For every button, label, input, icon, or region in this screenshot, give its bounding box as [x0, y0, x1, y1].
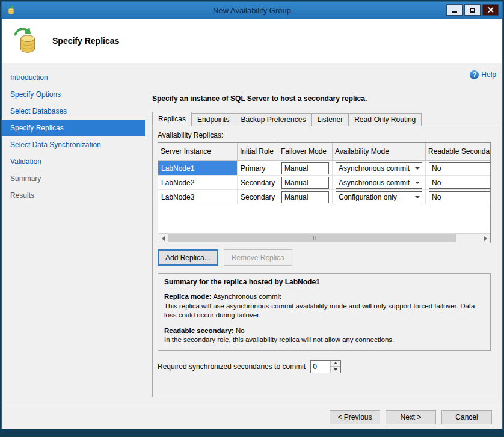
sidebar-item-specify-replicas[interactable]: Specify Replicas: [2, 120, 145, 136]
tab-read-only-routing[interactable]: Read-Only Routing: [348, 113, 422, 126]
failover-mode-cell[interactable]: Manual: [278, 190, 333, 204]
wizard-steps-sidebar: Introduction Specify Options Select Data…: [2, 63, 145, 405]
availability-mode-combo[interactable]: Asynchronous commit: [336, 162, 422, 174]
help-label[interactable]: Help: [481, 70, 496, 79]
combo-value: Manual: [284, 164, 308, 173]
scroll-thumb[interactable]: [168, 234, 456, 242]
availability-mode-cell[interactable]: Configuration only: [333, 190, 426, 204]
column-header-server-instance[interactable]: Server Instance: [158, 143, 238, 160]
failover-mode-combo[interactable]: Manual: [281, 162, 329, 174]
combo-value: No: [432, 179, 441, 187]
server-instance-cell[interactable]: LabNode2: [158, 176, 238, 189]
window-title: New Availability Group: [2, 6, 502, 15]
scroll-right-arrow[interactable]: [481, 234, 490, 243]
readable-secondary-cell[interactable]: No: [426, 161, 491, 175]
grid-header-row: Server Instance Initial Role Failover Mo…: [158, 143, 491, 161]
failover-mode-combo[interactable]: Manual: [281, 191, 329, 203]
column-header-readable-secondary[interactable]: Readable Secondar: [426, 143, 491, 160]
tab-strip: Replicas Endpoints Backup Preferences Li…: [152, 112, 496, 126]
combo-value: No: [432, 193, 441, 201]
readable-secondary-combo[interactable]: No: [429, 177, 491, 189]
cancel-button[interactable]: Cancel: [441, 410, 492, 424]
minimize-button[interactable]: [446, 4, 463, 16]
failover-mode-cell[interactable]: Manual: [278, 161, 333, 175]
sidebar-item-specify-options[interactable]: Specify Options: [2, 86, 145, 103]
failover-mode-cell[interactable]: Manual: [278, 176, 333, 189]
grid-row-labnode3[interactable]: LabNode3 Secondary Manual Configuration …: [158, 190, 491, 204]
dialog-body: Introduction Specify Options Select Data…: [2, 63, 502, 405]
replica-mode-description: This replica will use asynchronous-commi…: [164, 302, 484, 320]
required-secondaries-spinner: [310, 360, 341, 373]
minimize-icon: [452, 11, 457, 13]
combo-value: Asynchronous commit: [339, 164, 410, 173]
tab-replicas[interactable]: Replicas: [152, 112, 192, 126]
tab-endpoints[interactable]: Endpoints: [191, 113, 235, 126]
grid-row-labnode1[interactable]: LabNode1 Primary Manual Asynchronous com…: [158, 161, 491, 176]
sidebar-item-select-data-synchronization[interactable]: Select Data Synchronization: [2, 136, 145, 153]
grid-empty-area: [158, 204, 491, 234]
scroll-left-arrow[interactable]: [158, 234, 168, 243]
readable-secondary-value: No: [236, 327, 245, 334]
availability-mode-combo[interactable]: Asynchronous commit: [336, 177, 422, 189]
availability-replicas-label: Availability Replicas:: [158, 131, 491, 139]
help-icon: ?: [470, 70, 479, 79]
column-header-failover-mode[interactable]: Failover Mode: [278, 143, 333, 160]
availability-mode-cell[interactable]: Asynchronous commit: [333, 176, 426, 189]
sidebar-item-validation[interactable]: Validation: [2, 153, 145, 170]
maximize-icon: [470, 8, 475, 13]
sidebar-item-introduction[interactable]: Introduction: [2, 69, 145, 86]
spin-buttons: [330, 361, 340, 373]
readable-secondary-line: Readable secondary: No: [164, 326, 484, 336]
server-instance-cell[interactable]: LabNode3: [158, 190, 238, 204]
initial-role-cell[interactable]: Secondary: [238, 176, 278, 189]
spin-up-button[interactable]: [331, 361, 340, 367]
readable-secondary-combo[interactable]: No: [429, 162, 491, 174]
summary-title: Summary for the replica hosted by LabNod…: [164, 278, 484, 286]
tab-listener[interactable]: Listener: [311, 113, 349, 126]
readable-secondary-cell[interactable]: No: [426, 190, 491, 204]
horizontal-scrollbar[interactable]: [158, 233, 490, 243]
spin-down-button[interactable]: [331, 366, 340, 373]
column-header-initial-role[interactable]: Initial Role: [238, 143, 278, 160]
sidebar-item-results: Results: [2, 187, 145, 204]
close-button[interactable]: [482, 4, 499, 16]
close-icon: [487, 7, 494, 13]
readable-secondary-label: Readable secondary:: [164, 327, 234, 334]
instruction-text: Specify an instance of SQL Server to hos…: [152, 94, 496, 103]
next-button[interactable]: Next >: [386, 410, 436, 424]
initial-role-cell[interactable]: Secondary: [238, 190, 278, 204]
combo-value: Configuration only: [339, 193, 397, 201]
replica-mode-label: Replica mode:: [164, 293, 212, 300]
chevron-down-icon[interactable]: [413, 177, 422, 188]
combo-value: No: [432, 164, 441, 173]
add-replica-button[interactable]: Add Replica...: [158, 249, 218, 266]
chevron-down-icon[interactable]: [413, 192, 422, 203]
remove-replica-button: Remove Replica: [224, 249, 292, 266]
tab-backup-preferences[interactable]: Backup Preferences: [235, 113, 312, 126]
previous-button[interactable]: < Previous: [330, 410, 380, 424]
chevron-down-icon[interactable]: [413, 163, 422, 174]
readable-secondary-cell[interactable]: No: [426, 176, 491, 189]
server-instance-cell[interactable]: LabNode1: [158, 161, 238, 175]
maximize-button[interactable]: [464, 4, 481, 16]
grid-row-labnode2[interactable]: LabNode2 Secondary Manual Asynchronous c…: [158, 176, 491, 190]
dialog-window: New Availability Group Specify Replicas: [1, 1, 503, 429]
combo-value: Manual: [284, 179, 308, 187]
readable-secondary-description: In the secondary role, this availability…: [164, 335, 484, 345]
readable-secondary-combo[interactable]: No: [429, 191, 491, 203]
availability-mode-cell[interactable]: Asynchronous commit: [333, 161, 426, 175]
help-link[interactable]: ? Help: [152, 69, 496, 80]
failover-mode-combo[interactable]: Manual: [281, 177, 329, 189]
grid-content: Server Instance Initial Role Failover Mo…: [158, 143, 491, 234]
required-secondaries-input[interactable]: [311, 361, 330, 373]
wizard-header: Specify Replicas: [2, 19, 502, 63]
sidebar-item-select-databases[interactable]: Select Databases: [2, 103, 145, 120]
page-title: Specify Replicas: [52, 36, 119, 46]
replica-mode-value: Asynchronous commit: [213, 293, 281, 300]
initial-role-cell[interactable]: Primary: [238, 161, 278, 175]
titlebar[interactable]: New Availability Group: [2, 2, 502, 19]
combo-value: Manual: [284, 193, 308, 201]
availability-mode-combo[interactable]: Configuration only: [336, 191, 422, 203]
desktop-background: New Availability Group Specify Replicas: [0, 0, 504, 437]
column-header-availability-mode[interactable]: Availability Mode: [333, 143, 426, 160]
